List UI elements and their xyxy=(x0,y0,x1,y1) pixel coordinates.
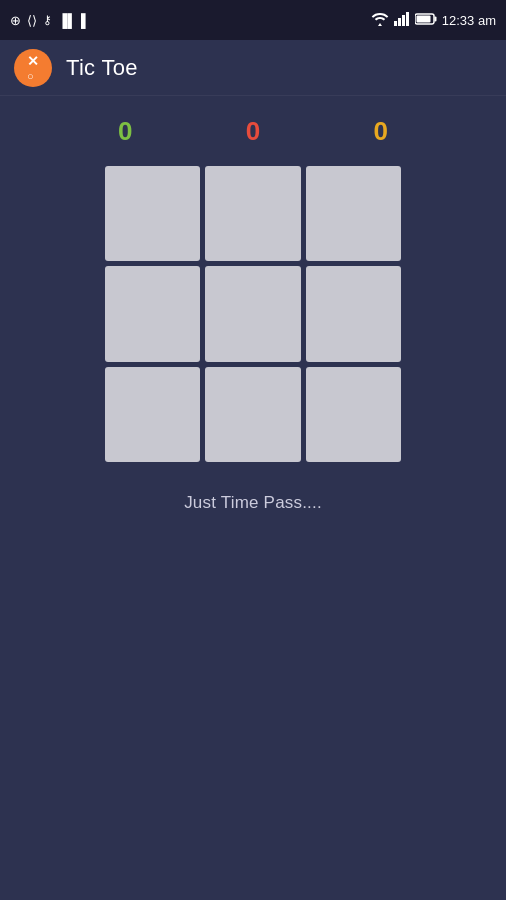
svg-rect-1 xyxy=(398,18,401,26)
wifi-icon xyxy=(371,12,389,29)
svg-rect-0 xyxy=(394,21,397,26)
svg-rect-2 xyxy=(402,15,405,26)
score-player2: 0 xyxy=(374,116,388,147)
code-icon: ⟨⟩ xyxy=(27,13,37,28)
cell-8[interactable] xyxy=(306,367,401,462)
svg-rect-3 xyxy=(406,12,409,26)
battery-icon xyxy=(415,13,437,28)
signal-icon xyxy=(394,12,410,29)
cell-0[interactable] xyxy=(105,166,200,261)
notification-icon: ⊕ xyxy=(10,13,21,28)
game-status-text: Just Time Pass.... xyxy=(184,493,322,513)
status-bar: ⊕ ⟨⟩ ⚷ ▐▌▐ 12:33 am xyxy=(0,0,506,40)
app-icon: ✕○ xyxy=(14,49,52,87)
cell-7[interactable] xyxy=(205,367,300,462)
main-content: 0 0 0 Just Time Pass.... xyxy=(0,96,506,513)
app-title: Tic Toe xyxy=(66,55,138,81)
cell-1[interactable] xyxy=(205,166,300,261)
cell-2[interactable] xyxy=(306,166,401,261)
status-info-right: 12:33 am xyxy=(371,12,496,29)
usb-icon: ⚷ xyxy=(43,13,52,27)
cell-3[interactable] xyxy=(105,266,200,361)
svg-rect-5 xyxy=(434,16,436,21)
cell-4[interactable] xyxy=(205,266,300,361)
score-draws: 0 xyxy=(246,116,260,147)
time-display: 12:33 am xyxy=(442,13,496,28)
svg-rect-6 xyxy=(416,15,430,22)
score-row: 0 0 0 xyxy=(98,116,408,147)
status-icons-left: ⊕ ⟨⟩ ⚷ ▐▌▐ xyxy=(10,13,86,28)
app-bar: ✕○ Tic Toe xyxy=(0,40,506,96)
game-grid xyxy=(100,161,406,467)
cell-5[interactable] xyxy=(306,266,401,361)
cell-6[interactable] xyxy=(105,367,200,462)
barcode-icon: ▐▌▐ xyxy=(58,13,86,28)
score-player1: 0 xyxy=(118,116,132,147)
